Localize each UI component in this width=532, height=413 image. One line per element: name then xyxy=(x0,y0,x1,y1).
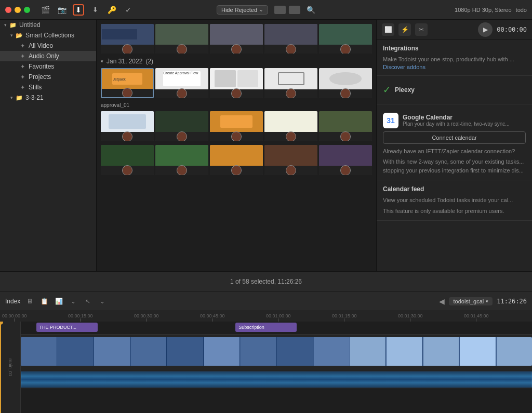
ruler-mark-5: 00:01:15:00 xyxy=(332,313,357,322)
timeline-ruler: 00:00:00:00 00:00:15:00 00:00:30:00 00:0… xyxy=(0,311,532,322)
wand-button[interactable]: ⚡ xyxy=(398,23,411,36)
timeline-timecode: 11:26:26 xyxy=(497,298,527,305)
collapse-button[interactable]: ◀ xyxy=(439,297,445,305)
frame-5 xyxy=(167,337,204,366)
pleexy-section: ✓ Pleexy xyxy=(377,76,532,104)
viewer-toolbar: ⬜ ⚡ ✂ ▶ 00:00:00 xyxy=(377,20,532,39)
stills-label: Stills xyxy=(29,84,42,91)
clip-thumb-r2-2[interactable] xyxy=(155,111,208,141)
caption-clip-subscription[interactable]: Subscription xyxy=(235,323,297,332)
caption-clip-product[interactable]: THE PRODUCT... xyxy=(36,323,98,332)
integrations-desc: Make Todoist your one-stop, productivity… xyxy=(383,55,526,64)
clip-thumb-r3-5[interactable] xyxy=(319,145,372,175)
date-header-triangle: ▾ xyxy=(101,59,103,64)
import-icon[interactable]: ⬇ xyxy=(73,4,84,16)
camera-icon[interactable]: 📷 xyxy=(56,4,68,16)
integrations-link[interactable]: Discover addons xyxy=(383,64,526,70)
pleexy-item: ✓ Pleexy xyxy=(383,84,526,96)
filmstrip-view-icon[interactable] xyxy=(274,6,286,14)
connect-calendar-button[interactable]: Connect calendar xyxy=(383,131,526,144)
video-clip-strip[interactable] xyxy=(21,337,532,366)
clip-thumb-r1-4[interactable] xyxy=(264,68,317,98)
checkmark-icon[interactable]: ✓ xyxy=(123,4,134,16)
hide-rejected-button[interactable]: Hide Rejected ⌄ xyxy=(217,5,268,15)
clip-count: (2) xyxy=(145,58,153,65)
gear-icon-stills: ✦ xyxy=(19,84,26,91)
download-icon[interactable]: ⬇ xyxy=(89,4,101,16)
chevron-down-icon: ⌄ xyxy=(259,7,263,12)
titlebar-center: Hide Rejected ⌄ 🔍 xyxy=(217,5,315,15)
search-icon[interactable]: 🔍 xyxy=(307,6,315,14)
sidebar-item-smart-collections[interactable]: ▾ 📂 Smart Collections xyxy=(0,30,96,41)
clip-thumb-4[interactable] xyxy=(264,24,317,54)
timeline-content: main_01 THE PRODUCT... Subscription xyxy=(0,322,532,413)
clip-thumb-r1-1[interactable]: Jetpack xyxy=(101,68,154,98)
clip-thumb-r2-4[interactable] xyxy=(264,111,317,141)
sequence-dropdown-icon: ▾ xyxy=(486,299,488,304)
layout-icon[interactable]: 📊 xyxy=(54,296,64,307)
smart-collections-triangle: ▾ xyxy=(10,33,13,38)
sidebar-item-stills[interactable]: ✦ Stills xyxy=(0,82,96,92)
clip-thumb-r3-2[interactable] xyxy=(155,145,208,175)
frame-7 xyxy=(241,337,277,366)
clip-thumb-r1-3[interactable] xyxy=(210,68,263,98)
ruler-mark-3: 00:00:45:00 xyxy=(200,313,225,322)
frame-12 xyxy=(423,337,460,366)
transform-button[interactable]: ⬜ xyxy=(382,23,394,36)
sidebar-item-audio-only[interactable]: ✦ Audio Only xyxy=(0,51,96,61)
monitor-icon[interactable]: 🖥 xyxy=(24,296,35,307)
maximize-button[interactable] xyxy=(24,7,30,13)
video-track xyxy=(21,334,532,370)
clip-thumb-r2-3[interactable] xyxy=(210,111,263,141)
clip-thumb-r2-1[interactable] xyxy=(101,111,154,141)
disclosure-triangle: ▾ xyxy=(4,22,7,28)
sidebar-item-3-3-21[interactable]: ▾ 📁 3-3-21 xyxy=(0,92,96,103)
sidebar-item-library[interactable]: ▾ 📁 Untitled xyxy=(0,20,96,30)
calendar-feed-desc: View your scheduled Todoist tasks inside… xyxy=(383,196,526,205)
gear-icon-favorites: ✦ xyxy=(19,63,26,70)
list-view-icon[interactable] xyxy=(289,6,300,14)
audio-waveform xyxy=(21,371,532,388)
sidebar-item-all-video[interactable]: ✦ All Video xyxy=(0,41,96,51)
frame-8 xyxy=(277,337,314,366)
clip-icon[interactable]: 📋 xyxy=(39,296,49,307)
clip-thumb-1[interactable] xyxy=(101,24,154,54)
folder-icon-3321: 📁 xyxy=(16,95,23,101)
play-button[interactable]: ▶ xyxy=(478,22,493,37)
clip-thumb-r2-5[interactable] xyxy=(319,111,372,141)
clip-thumb-r1-2[interactable]: Create Approval Flow xyxy=(155,68,208,98)
titlebar-right: 1080p HD 30p, Stereo todo xyxy=(455,7,527,13)
frame-3 xyxy=(94,337,130,366)
dropdown-icon[interactable]: ⌄ xyxy=(68,296,78,307)
date-header-text: Jan 31, 2022 xyxy=(107,58,142,65)
integrations-section: Integrations Make Todoist your one-stop,… xyxy=(377,39,532,76)
minimize-button[interactable] xyxy=(15,7,21,13)
close-button[interactable] xyxy=(5,7,11,13)
film-icon[interactable]: 🎬 xyxy=(39,4,51,16)
cursor-dropdown-icon[interactable]: ⌄ xyxy=(97,296,108,307)
playhead[interactable] xyxy=(0,322,1,413)
view-icons xyxy=(274,6,300,14)
clip-thumb-r1-5[interactable] xyxy=(319,68,372,98)
key-icon[interactable]: 🔑 xyxy=(106,4,117,16)
premium-note: This feature is only available for premi… xyxy=(383,207,526,216)
gear-icon-audio-only: ✦ xyxy=(19,53,26,60)
frame-2 xyxy=(58,337,94,366)
frame-1 xyxy=(21,337,57,366)
sequence-selector[interactable]: todoist_gcal ▾ xyxy=(449,297,493,305)
crop-button[interactable]: ✂ xyxy=(415,23,428,36)
clip-thumb-3[interactable] xyxy=(210,24,263,54)
caption-track: THE PRODUCT... Subscription xyxy=(21,322,532,333)
clip-thumb-r3-3[interactable] xyxy=(210,145,263,175)
ruler-marks: 00:00:00:00 00:00:15:00 00:00:30:00 00:0… xyxy=(2,311,530,322)
gcal-desc: Plan your day with a real-time, two-way … xyxy=(403,121,510,127)
cursor-icon[interactable]: ↖ xyxy=(83,296,93,307)
clip-thumb-5[interactable] xyxy=(319,24,372,54)
timeline-toolbar: Index 🖥 📋 📊 ⌄ ↖ ⌄ ◀ todoist_gcal ▾ 11:26… xyxy=(0,291,532,311)
sidebar-item-projects[interactable]: ✦ Projects xyxy=(0,72,96,82)
clip-thumb-r3-4[interactable] xyxy=(264,145,317,175)
clip-thumb-2[interactable] xyxy=(155,24,208,54)
clip-thumb-r3-1[interactable] xyxy=(101,145,154,175)
calendar-feed-section: Calendar feed View your scheduled Todois… xyxy=(377,180,532,221)
sidebar-item-favorites[interactable]: ✦ Favorites xyxy=(0,61,96,72)
